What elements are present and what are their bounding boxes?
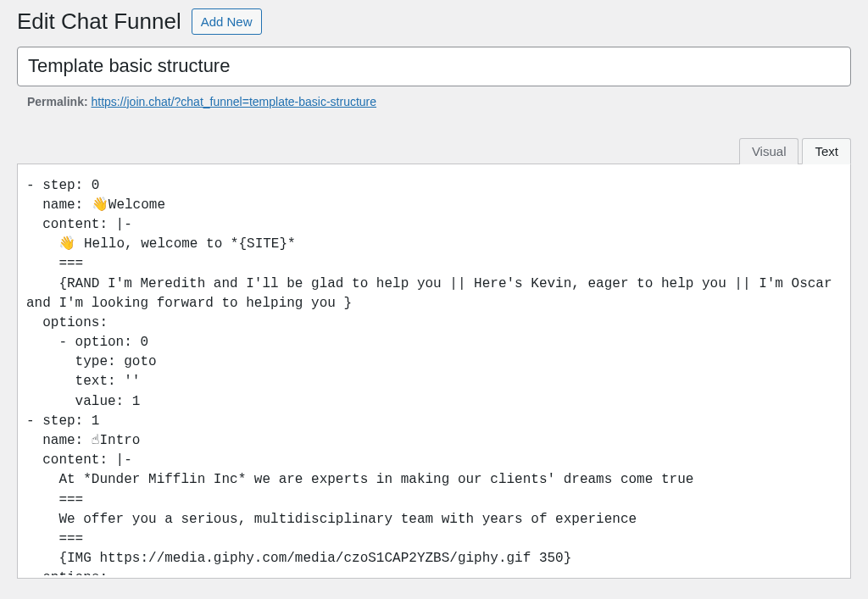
post-title-input[interactable] [17, 47, 851, 86]
page-header: Edit Chat Funnel Add New [17, 8, 851, 35]
editor-box [17, 164, 851, 579]
permalink-link[interactable]: https://join.chat/?chat_funnel=template-… [91, 95, 376, 108]
page-title: Edit Chat Funnel [17, 8, 181, 35]
content-textarea[interactable] [18, 164, 850, 575]
editor-tabs: Visual Text [17, 137, 851, 164]
tab-visual[interactable]: Visual [739, 138, 799, 164]
add-new-button[interactable]: Add New [192, 8, 262, 35]
permalink-row: Permalink: https://join.chat/?chat_funne… [17, 95, 851, 108]
tab-text[interactable]: Text [802, 138, 851, 164]
permalink-label: Permalink: [27, 95, 88, 108]
editor-area: Visual Text [17, 137, 851, 579]
